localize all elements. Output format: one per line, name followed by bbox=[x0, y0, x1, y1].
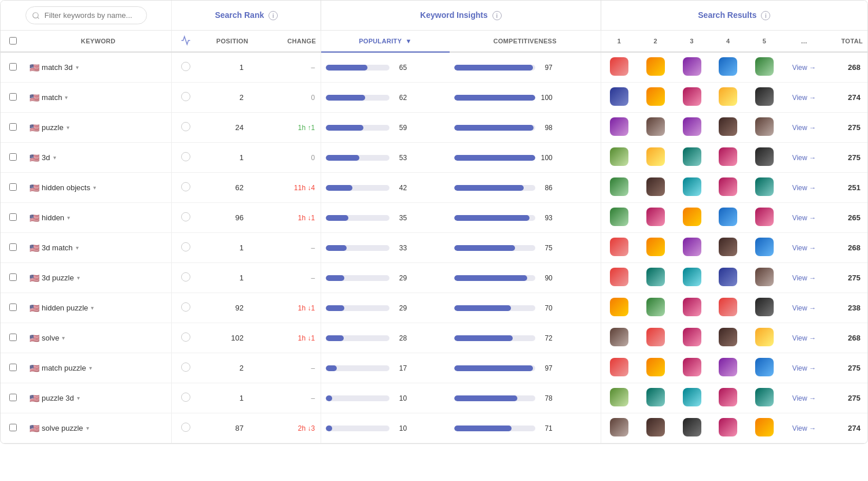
keyword-dropdown-arrow[interactable]: ▾ bbox=[89, 365, 92, 371]
app-icon-1[interactable] bbox=[610, 388, 628, 406]
keyword-dropdown-arrow[interactable]: ▾ bbox=[76, 245, 79, 251]
row-checkbox[interactable] bbox=[9, 213, 17, 221]
row-checkbox-cell[interactable] bbox=[1, 413, 25, 443]
result5-icon-cell[interactable] bbox=[746, 233, 783, 263]
row-checkbox-cell[interactable] bbox=[1, 173, 25, 203]
result5-icon-cell[interactable] bbox=[746, 52, 783, 83]
result2-icon-cell[interactable] bbox=[637, 173, 674, 203]
result4-icon-cell[interactable] bbox=[710, 143, 746, 173]
app-icon-3[interactable] bbox=[683, 328, 701, 346]
row-chart-indicator[interactable] bbox=[181, 182, 190, 191]
view-link[interactable]: View → bbox=[792, 364, 816, 372]
app-icon-1[interactable] bbox=[610, 177, 628, 196]
result3-icon-cell[interactable] bbox=[674, 383, 710, 413]
result1-icon-cell[interactable] bbox=[601, 143, 637, 173]
row-chart-indicator[interactable] bbox=[181, 393, 190, 402]
result5-icon-cell[interactable] bbox=[746, 173, 783, 203]
app-icon-3[interactable] bbox=[683, 147, 701, 166]
app-icon-2[interactable] bbox=[646, 177, 665, 196]
view-more-cell[interactable]: View → bbox=[782, 323, 826, 353]
result4-icon-cell[interactable] bbox=[710, 83, 746, 113]
result5-icon-cell[interactable] bbox=[746, 293, 783, 323]
row-chart-icon-cell[interactable] bbox=[172, 323, 199, 353]
row-checkbox[interactable] bbox=[9, 153, 17, 161]
result3-icon-cell[interactable] bbox=[674, 203, 710, 233]
row-chart-indicator[interactable] bbox=[181, 122, 190, 131]
result4-icon-cell[interactable] bbox=[710, 233, 746, 263]
row-checkbox-cell[interactable] bbox=[1, 233, 25, 263]
view-link[interactable]: View → bbox=[792, 64, 816, 72]
row-chart-indicator[interactable] bbox=[181, 152, 190, 161]
app-icon-2[interactable] bbox=[646, 87, 665, 106]
row-checkbox[interactable] bbox=[9, 243, 17, 251]
app-icon-2[interactable] bbox=[646, 298, 665, 316]
view-more-cell[interactable]: View → bbox=[782, 203, 826, 233]
row-chart-icon-cell[interactable] bbox=[172, 293, 199, 323]
result2-icon-cell[interactable] bbox=[637, 263, 674, 293]
search-rank-info-icon[interactable]: i bbox=[269, 11, 278, 20]
app-icon-3[interactable] bbox=[683, 177, 701, 196]
app-icon-4[interactable] bbox=[719, 418, 737, 436]
app-icon-4[interactable] bbox=[719, 57, 737, 76]
app-icon-2[interactable] bbox=[646, 358, 665, 376]
result3-icon-cell[interactable] bbox=[674, 413, 710, 443]
result3-icon-cell[interactable] bbox=[674, 113, 710, 143]
row-chart-indicator[interactable] bbox=[181, 332, 190, 342]
search-results-info-icon[interactable]: i bbox=[761, 11, 770, 20]
view-link[interactable]: View → bbox=[792, 304, 816, 312]
app-icon-4[interactable] bbox=[719, 358, 737, 376]
row-chart-indicator[interactable] bbox=[181, 302, 190, 312]
row-chart-icon-cell[interactable] bbox=[172, 203, 199, 233]
app-icon-3[interactable] bbox=[683, 238, 701, 256]
row-checkbox[interactable] bbox=[9, 273, 17, 281]
app-icon-2[interactable] bbox=[646, 328, 665, 346]
app-icon-2[interactable] bbox=[646, 418, 665, 436]
result1-icon-cell[interactable] bbox=[601, 83, 637, 113]
app-icon-3[interactable] bbox=[683, 388, 701, 406]
view-more-cell[interactable]: View → bbox=[782, 52, 826, 83]
result3-icon-cell[interactable] bbox=[674, 83, 710, 113]
view-more-cell[interactable]: View → bbox=[782, 173, 826, 203]
app-icon-5[interactable] bbox=[755, 57, 774, 76]
app-icon-4[interactable] bbox=[719, 298, 737, 316]
app-icon-3[interactable] bbox=[683, 268, 701, 286]
app-icon-2[interactable] bbox=[646, 147, 665, 166]
row-chart-indicator[interactable] bbox=[181, 242, 190, 251]
app-icon-1[interactable] bbox=[610, 298, 628, 316]
view-more-cell[interactable]: View → bbox=[782, 143, 826, 173]
popularity-col-header[interactable]: POPULARITY ▼ bbox=[321, 31, 450, 53]
app-icon-1[interactable] bbox=[610, 147, 628, 166]
view-more-cell[interactable]: View → bbox=[782, 383, 826, 413]
view-link[interactable]: View → bbox=[792, 154, 816, 162]
view-more-cell[interactable]: View → bbox=[782, 233, 826, 263]
result5-icon-cell[interactable] bbox=[746, 353, 783, 383]
row-chart-icon-cell[interactable] bbox=[172, 383, 199, 413]
result4-icon-cell[interactable] bbox=[710, 173, 746, 203]
view-more-cell[interactable]: View → bbox=[782, 113, 826, 143]
app-icon-1[interactable] bbox=[610, 238, 628, 256]
result5-icon-cell[interactable] bbox=[746, 323, 783, 353]
app-icon-4[interactable] bbox=[719, 328, 737, 346]
result5-icon-cell[interactable] bbox=[746, 113, 783, 143]
result2-icon-cell[interactable] bbox=[637, 353, 674, 383]
result2-icon-cell[interactable] bbox=[637, 323, 674, 353]
result4-icon-cell[interactable] bbox=[710, 413, 746, 443]
app-icon-4[interactable] bbox=[719, 238, 737, 256]
app-icon-2[interactable] bbox=[646, 238, 665, 256]
result1-icon-cell[interactable] bbox=[601, 353, 637, 383]
row-checkbox-cell[interactable] bbox=[1, 263, 25, 293]
result1-icon-cell[interactable] bbox=[601, 323, 637, 353]
select-all-checkbox[interactable] bbox=[9, 37, 17, 45]
result2-icon-cell[interactable] bbox=[637, 413, 674, 443]
app-icon-3[interactable] bbox=[683, 358, 701, 376]
app-icon-4[interactable] bbox=[719, 87, 737, 106]
result2-icon-cell[interactable] bbox=[637, 293, 674, 323]
view-more-cell[interactable]: View → bbox=[782, 413, 826, 443]
keyword-dropdown-arrow[interactable]: ▾ bbox=[77, 275, 80, 281]
result4-icon-cell[interactable] bbox=[710, 323, 746, 353]
app-icon-2[interactable] bbox=[646, 388, 665, 406]
result2-icon-cell[interactable] bbox=[637, 383, 674, 413]
result4-icon-cell[interactable] bbox=[710, 203, 746, 233]
view-link[interactable]: View → bbox=[792, 394, 816, 402]
view-link[interactable]: View → bbox=[792, 184, 816, 192]
